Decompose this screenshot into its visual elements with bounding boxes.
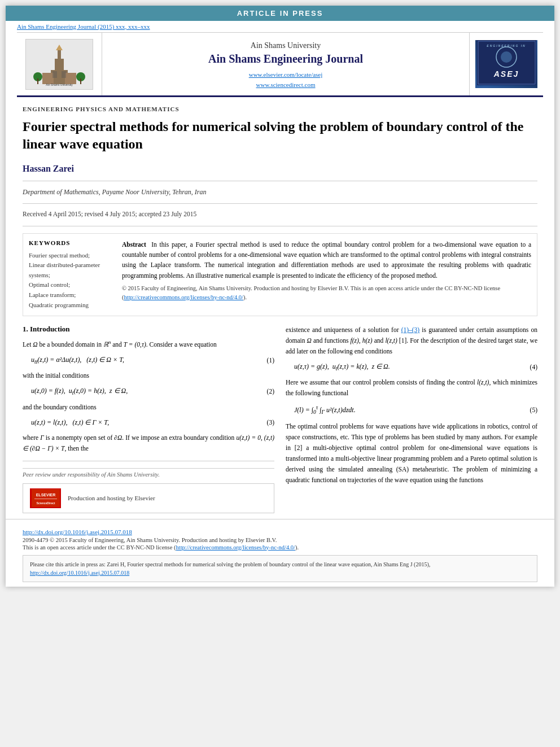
divider-2 (23, 203, 537, 204)
keywords-box: KEYWORDS Fourier spectral method; Linear… (29, 239, 113, 311)
equation-2-content: u(z,0) = f(z), ut(z,0) = h(z), z ∈ Ω, (23, 387, 257, 396)
header-logo-right: ASEJ ENGINEERING IN (470, 33, 543, 95)
keyword-1: Fourier spectral method; (29, 251, 113, 261)
divider-1 (23, 181, 537, 181)
equation-2-block: u(z,0) = f(z), ut(z,0) = h(z), z ∈ Ω, (2… (23, 386, 274, 397)
bottom-footer: http://dx.doi.org/10.1016/j.asej.2015.07… (6, 519, 554, 587)
svg-text:ScienceDirect: ScienceDirect (36, 501, 55, 505)
equation-3-content: u(z,t) = l(z,t), (z,t) ∈ Γ × T, (23, 418, 257, 427)
article-title: Fourier spectral methods for numerical s… (23, 118, 537, 153)
intro-para2: where Γ is a nonempty open set of ∂Ω. If… (23, 433, 274, 454)
svg-rect-5 (65, 73, 76, 84)
svg-rect-21 (34, 499, 57, 499)
section-label: ENGINEERING PHYSICS AND MATHEMATICS (23, 106, 537, 112)
university-logo: Ain Shams University (25, 39, 93, 90)
issn-line: 2090-4479 © 2015 Faculty of Engineering,… (23, 537, 537, 543)
equation-1-number: (1) (257, 357, 274, 364)
page: ARTICLE IN PRESS Ain Shams Engineering J… (6, 6, 554, 587)
keywords-list: Fourier spectral method; Linear distribu… (29, 251, 113, 311)
svg-rect-1 (55, 59, 64, 73)
svg-text:ELSEVIER: ELSEVIER (36, 493, 55, 497)
dates: Received 4 April 2015; revised 4 July 20… (23, 211, 537, 217)
right-para1: existence and uniqueness of a solution f… (286, 325, 537, 357)
banner-text: ARTICLE IN PRESS (237, 9, 323, 18)
equation-5-content: J(l) = ∫0τ ∫Γ u²(z,t)dzdt. (286, 404, 520, 415)
svg-rect-2 (58, 50, 61, 60)
svg-marker-3 (56, 45, 63, 50)
elsevier-box: ELSEVIER ScienceDirect Production and ho… (23, 483, 274, 513)
elsevier-production-text: Production and hosting by Elsevier (68, 495, 155, 501)
abstract-right: Abstract In this paper, a Fourier spectr… (122, 239, 531, 311)
journal-url2[interactable]: www.sciencedirect.com (108, 80, 463, 90)
eq2-label: and the boundary conditions (23, 402, 274, 413)
keyword-5: Quadratic programming (29, 300, 113, 311)
footer-license-link[interactable]: http://creativecommons.org/licenses/by-n… (176, 544, 295, 551)
license-link[interactable]: http://creativecommons.org/licenses/by-n… (124, 294, 244, 300)
svg-text:ASEJ: ASEJ (493, 69, 519, 78)
main-content: ENGINEERING PHYSICS AND MATHEMATICS Four… (6, 97, 554, 518)
svg-rect-9 (37, 78, 38, 84)
svg-rect-11 (80, 78, 81, 84)
peer-review-note: Peer review under responsibility of Ain … (23, 468, 274, 478)
journal-link-text: Ain Shams Engineering Journal (2015) xxx… (17, 23, 150, 30)
doi-link[interactable]: http://dx.doi.org/10.1016/j.asej.2015.07… (23, 528, 537, 535)
keyword-3: Optimal control; (29, 280, 113, 290)
eq1-label: with the initial conditions (23, 370, 274, 381)
journal-url1[interactable]: www.elsevier.com/locate/asej (108, 70, 463, 80)
right-column: existence and uniqueness of a solution f… (286, 325, 537, 513)
equation-5-block: J(l) = ∫0τ ∫Γ u²(z,t)dzdt. (5) (286, 403, 537, 416)
equation-1-block: utt(z,t) = α²Δu(z,t), (z,t) ∈ Ω × T, (1) (23, 355, 274, 366)
equation-4-content: u(z,τ) = g(z), ut(z,τ) = k(z), z ∈ Ω. (286, 362, 520, 372)
header-logo-left: Ain Shams University (17, 33, 102, 95)
right-para3: The optimal control problems for wave eq… (286, 421, 537, 486)
license-close: ). (243, 294, 247, 300)
article-in-press-banner: ARTICLE IN PRESS (6, 6, 554, 21)
header-area: Ain Shams University Ain Shams Universit… (17, 32, 543, 97)
two-col-body: 1. Introduction Let Ω be a bounded domai… (23, 325, 537, 513)
affiliation: Department of Mathematics, Payame Noor U… (23, 188, 537, 196)
equation-4-number: (4) (520, 364, 537, 370)
license-text: © 2015 Faculty of Engineering, Ain Shams… (122, 284, 531, 302)
svg-text:ENGINEERING IN: ENGINEERING IN (487, 44, 526, 47)
svg-rect-4 (42, 73, 54, 84)
peer-review-divider (23, 461, 274, 461)
open-access-line: This is an open access article under the… (23, 544, 537, 551)
abstract-section: KEYWORDS Fourier spectral method; Linear… (23, 233, 537, 317)
keyword-2: Linear distributed-parameter systems; (29, 260, 113, 280)
journal-link-top[interactable]: Ain Shams Engineering Journal (2015) xxx… (6, 21, 554, 32)
equation-4-block: u(z,τ) = g(z), ut(z,τ) = k(z), z ∈ Ω. (4… (286, 361, 537, 373)
svg-rect-7 (62, 71, 66, 78)
university-name: Ain Shams University (108, 41, 463, 50)
equation-1-content: utt(z,t) = α²Δu(z,t), (z,t) ∈ Ω × T, (23, 356, 257, 365)
abstract-label: Abstract (122, 241, 146, 248)
svg-rect-6 (53, 71, 57, 78)
abstract-body: In this paper, a Fourier spectral method… (122, 241, 531, 279)
svg-point-16 (501, 51, 512, 63)
equation-3-block: u(z,t) = l(z,t), (z,t) ∈ Γ × T, (3) (23, 417, 274, 428)
svg-text:Ain Shams University: Ain Shams University (46, 83, 73, 86)
left-column: 1. Introduction Let Ω be a bounded domai… (23, 325, 274, 513)
ref-link-1-3[interactable]: (1)–(3) (401, 326, 420, 333)
cite-doi-link[interactable]: http://dx.doi.org/10.1016/j.asej.2015.07… (30, 570, 129, 576)
journal-name: Ain Shams Engineering Journal (108, 53, 463, 65)
elsevier-logo: ELSEVIER ScienceDirect (30, 488, 61, 508)
cite-box: Please cite this article in press as: Za… (23, 555, 537, 582)
equation-2-number: (2) (257, 388, 274, 395)
asej-logo: ASEJ ENGINEERING IN (475, 40, 537, 88)
author-name: Hassan Zarei (23, 164, 537, 174)
right-para2: Here we assume that our control problem … (286, 377, 537, 399)
equation-3-number: (3) (257, 419, 274, 426)
keyword-4: Laplace transform; (29, 290, 113, 300)
equation-5-number: (5) (520, 407, 537, 413)
abstract-text: Abstract In this paper, a Fourier spectr… (122, 239, 531, 281)
intro-para1: Let Ω be a bounded domain in ℝn and T = … (23, 338, 274, 350)
divider-3 (23, 226, 537, 226)
intro-heading: 1. Introduction (23, 325, 274, 334)
asej-logo-text: ASEJ ENGINEERING IN (477, 40, 536, 88)
keywords-title: KEYWORDS (29, 239, 113, 246)
header-center: Ain Shams University Ain Shams Engineeri… (102, 33, 470, 95)
